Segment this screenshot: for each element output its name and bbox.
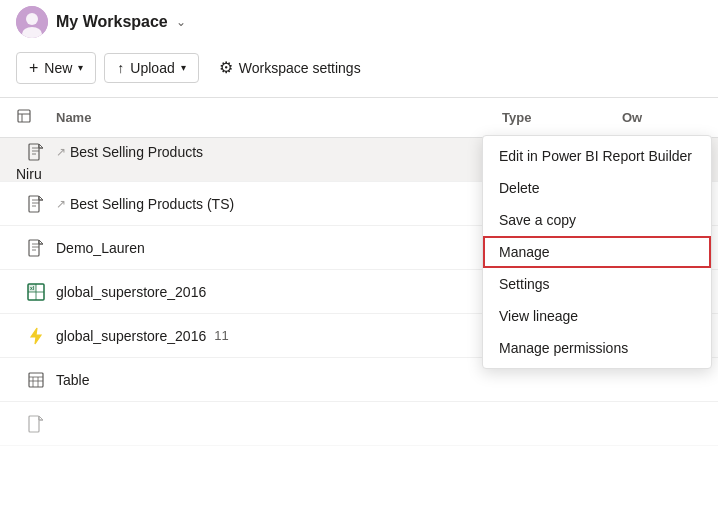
row-file-icon xyxy=(16,239,56,257)
workspace-header: My Workspace ⌄ xyxy=(0,0,718,38)
col-owner-header: Ow xyxy=(622,110,702,125)
col-name-header: Name xyxy=(56,110,502,125)
table-row[interactable] xyxy=(0,402,718,446)
toolbar: + New ▾ ↑ Upload ▾ ⚙ Workspace settings xyxy=(0,38,718,98)
svg-rect-6 xyxy=(29,144,39,160)
menu-item-manage-permissions[interactable]: Manage permissions xyxy=(483,332,711,364)
menu-item-edit-pbi[interactable]: Edit in Power BI Report Builder xyxy=(483,140,711,172)
svg-point-1 xyxy=(26,13,38,25)
menu-item-settings[interactable]: Settings xyxy=(483,268,711,300)
row-file-icon xyxy=(16,143,56,161)
workspace-title: My Workspace xyxy=(56,13,168,31)
chevron-down-icon[interactable]: ⌄ xyxy=(176,15,186,29)
row-name-cell: Table xyxy=(56,372,502,388)
menu-item-save-copy[interactable]: Save a copy xyxy=(483,204,711,236)
row-name-cell: ↗ Best Selling Products (TS) xyxy=(56,196,502,212)
svg-rect-39 xyxy=(29,416,39,432)
menu-item-manage[interactable]: Manage xyxy=(483,236,711,268)
row-name-cell: ↗ Best Selling Products xyxy=(56,144,502,160)
row-name-cell: global_superstore_2016 xyxy=(56,284,502,300)
row-file-icon: xl xyxy=(16,283,56,301)
gear-icon: ⚙ xyxy=(219,58,233,77)
workspace-settings-button[interactable]: ⚙ Workspace settings xyxy=(207,52,373,83)
upload-button[interactable]: ↑ Upload ▾ xyxy=(104,53,198,83)
row-file-icon xyxy=(16,327,56,345)
row-file-icon xyxy=(16,415,56,433)
svg-rect-17 xyxy=(29,196,39,212)
row-name-cell: global_superstore_2016 11 xyxy=(56,328,502,344)
row-name-cell: Demo_Lauren xyxy=(56,240,502,256)
row-owner-cell: Niru xyxy=(16,166,56,182)
svg-text:xl: xl xyxy=(30,285,35,291)
new-label: New xyxy=(44,60,72,76)
context-menu: Edit in Power BI Report Builder Delete S… xyxy=(482,135,712,369)
svg-rect-3 xyxy=(18,110,30,122)
row-file-icon xyxy=(16,372,56,388)
col-type-header: Type xyxy=(502,110,622,125)
avatar xyxy=(16,6,48,38)
svg-rect-23 xyxy=(29,240,39,256)
upload-icon: ↑ xyxy=(117,60,124,76)
col-icon-header xyxy=(16,108,56,127)
menu-item-delete[interactable]: Delete xyxy=(483,172,711,204)
menu-item-view-lineage[interactable]: View lineage xyxy=(483,300,711,332)
workspace-settings-label: Workspace settings xyxy=(239,60,361,76)
new-button[interactable]: + New ▾ xyxy=(16,52,96,84)
table-header: Name Type Ow xyxy=(0,98,718,138)
svg-rect-34 xyxy=(29,373,43,387)
row-file-icon xyxy=(16,195,56,213)
chevron-down-icon: ▾ xyxy=(78,62,83,73)
plus-icon: + xyxy=(29,59,38,77)
upload-chevron-icon: ▾ xyxy=(181,62,186,73)
upload-label: Upload xyxy=(130,60,174,76)
